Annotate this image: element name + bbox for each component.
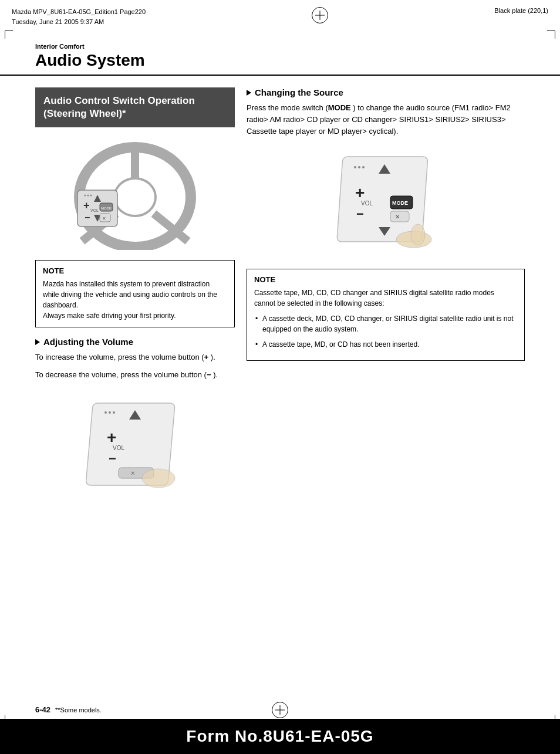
page-container: Mazda MPV_8U61-EA-05G_Edition1 Page220 T… xyxy=(0,0,560,754)
note1-title: NOTE xyxy=(43,266,227,275)
section2-heading-text: Changing the Source xyxy=(255,87,343,97)
svg-text:+: + xyxy=(107,428,116,447)
svg-point-26 xyxy=(113,411,115,414)
triangle-icon-2 xyxy=(247,90,251,96)
svg-text:✕: ✕ xyxy=(102,216,106,221)
corner-mark-top-right xyxy=(547,31,555,39)
page-number: 6-42 xyxy=(35,705,50,714)
svg-text:+: + xyxy=(83,200,90,211)
svg-text:MODE: MODE xyxy=(101,207,112,210)
svg-point-17 xyxy=(90,195,92,197)
section1-heading: Adjusting the Volume xyxy=(35,337,235,347)
section1-heading-text: Adjusting the Volume xyxy=(43,337,133,347)
svg-point-36 xyxy=(354,166,356,168)
section1-text2: To decrease the volume, press the volume… xyxy=(35,369,235,381)
footer: 6-42 **Some models. Form No.8U61-EA-05G xyxy=(0,701,560,754)
svg-point-16 xyxy=(87,195,89,197)
svg-point-25 xyxy=(109,411,111,414)
svg-rect-41 xyxy=(390,211,409,222)
footer-crosshair-icon xyxy=(275,705,285,715)
page-title: Audio System xyxy=(0,50,560,76)
svg-text:MODE: MODE xyxy=(392,200,408,206)
svg-point-24 xyxy=(104,411,107,414)
steering-wheel-image: + − VOL MODE ✕ xyxy=(35,136,235,253)
footer-circle xyxy=(272,702,288,718)
asterisk-note: **Some models. xyxy=(55,706,102,714)
corner-mark-top-left xyxy=(5,31,13,39)
crosshair-icon xyxy=(315,11,325,20)
svg-text:−: − xyxy=(85,212,90,222)
section-label: Interior Comfort xyxy=(0,43,560,50)
section2-text: Press the mode switch (MODE ) to change … xyxy=(247,102,525,137)
section1-text1: To increase the volume, press the volume… xyxy=(35,351,235,363)
footer-page-number: 6-42 **Some models. xyxy=(0,701,560,719)
header-left: Mazda MPV_8U61-EA-05G_Edition1 Page220 T… xyxy=(12,7,146,26)
svg-point-29 xyxy=(142,469,175,488)
svg-text:VOL: VOL xyxy=(90,208,99,212)
header-right: Black plate (220,1) xyxy=(494,7,548,14)
note2-title: NOTE xyxy=(254,275,517,284)
svg-text:−: − xyxy=(356,207,364,221)
highlight-box: Audio Control Switch Operation (Steering… xyxy=(35,87,235,127)
note2-bullet-1: A cassette deck, MD, CD, CD changer, or … xyxy=(254,313,517,334)
header-bar: Mazda MPV_8U61-EA-05G_Edition1 Page220 T… xyxy=(0,0,560,31)
note1-text: Mazda has installed this system to preve… xyxy=(43,279,227,321)
svg-text:+: + xyxy=(355,184,365,202)
footer-form-number: Form No.8U61-EA-05G xyxy=(0,719,560,754)
header-line2: Tuesday, June 21 2005 9:37 AM xyxy=(12,17,146,27)
svg-text:✕: ✕ xyxy=(395,214,400,220)
svg-point-1 xyxy=(114,178,156,216)
header-circle xyxy=(312,7,328,23)
left-column: Audio Control Switch Operation (Steering… xyxy=(35,87,235,504)
note2-text: Cassette tape, MD, CD, CD changer and SI… xyxy=(254,288,517,309)
svg-point-38 xyxy=(362,166,365,168)
svg-text:−: − xyxy=(109,451,116,466)
svg-text:VOL: VOL xyxy=(361,200,373,207)
svg-point-15 xyxy=(85,195,86,197)
note-box-1: NOTE Mazda has installed this system to … xyxy=(35,260,235,327)
volume-control-image: + − VOL ✕ xyxy=(35,387,235,498)
header-line1: Mazda MPV_8U61-EA-05G_Edition1 Page220 xyxy=(12,7,146,17)
svg-text:✕: ✕ xyxy=(130,470,135,476)
mode-control-svg: + − VOL MODE ✕ xyxy=(327,148,444,256)
triangle-icon-1 xyxy=(35,339,40,345)
note-box-2: NOTE Cassette tape, MD, CD, CD changer a… xyxy=(247,269,525,361)
mode-control-image: + − VOL MODE ✕ xyxy=(247,143,525,261)
right-column: Changing the Source Press the mode switc… xyxy=(247,87,525,504)
content-area: Audio Control Switch Operation (Steering… xyxy=(0,87,560,504)
svg-point-37 xyxy=(358,166,360,168)
steering-wheel-svg: + − VOL MODE ✕ xyxy=(65,138,205,250)
svg-point-44 xyxy=(411,224,425,245)
note2-bullet-2: A cassette tape, MD, or CD has not been … xyxy=(254,339,517,350)
header-center xyxy=(312,7,328,23)
svg-text:VOL: VOL xyxy=(113,445,124,451)
note2-bullet-list: A cassette deck, MD, CD, CD changer, or … xyxy=(254,313,517,350)
section2-heading: Changing the Source xyxy=(247,87,525,97)
volume-control-svg: + − VOL ✕ xyxy=(76,391,194,494)
